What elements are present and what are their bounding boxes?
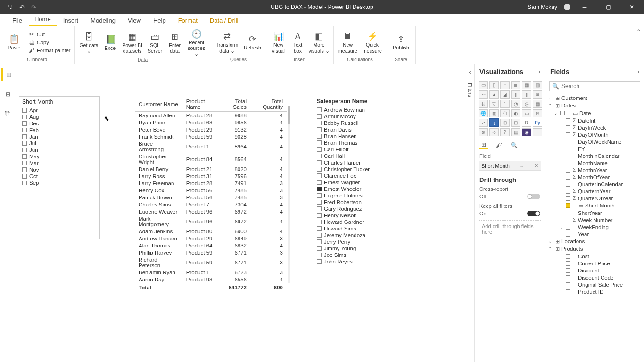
slicer-item[interactable]: Carl Hall [317, 153, 399, 159]
col-customer[interactable]: Customer Name [135, 97, 182, 112]
slicer-item[interactable]: Feb [22, 127, 97, 133]
table-row[interactable]: Richard PetersonProduct 5967713 [135, 256, 287, 269]
slicer-item[interactable]: Christopher Tucker [317, 166, 399, 173]
slicer-item[interactable]: Carl Elliott [317, 146, 399, 153]
viz-gauge[interactable]: ◐ [511, 109, 520, 117]
format-tab-icon[interactable]: 🖌 [495, 141, 503, 149]
viz-stacked-bar[interactable]: ▭ [479, 81, 488, 89]
slicer-item[interactable]: Oct [22, 173, 97, 180]
slicer-item[interactable]: John Reyes [317, 258, 399, 265]
new-visual-button[interactable]: 📊New visual [269, 30, 288, 54]
viz-filled-map[interactable]: ▨ [489, 109, 499, 117]
fields-tab-icon[interactable]: ⊞ [479, 141, 488, 149]
field-item[interactable]: Discount [547, 267, 642, 274]
slicer-item[interactable]: Henry Nelson [317, 212, 399, 219]
field-item[interactable]: ΣWeek Number [547, 216, 642, 223]
fields-search[interactable]: 🔍 [549, 81, 640, 91]
tab-modeling[interactable]: Modeling [85, 15, 121, 26]
viz-paginated[interactable]: ▤ [511, 128, 520, 136]
slicer-item[interactable]: Joe Sims [317, 252, 399, 258]
viz-line-col[interactable]: ⫿ [511, 90, 520, 99]
sql-server-button[interactable]: 🗃SQL Server [146, 30, 165, 55]
table-row[interactable]: Mark MontgomeryProduct 9669724 [135, 215, 287, 228]
slicer-item[interactable]: Brian Davis [317, 126, 399, 133]
expand-filters-icon[interactable]: ‹ [469, 69, 471, 75]
report-view-icon[interactable]: ▥ [1, 68, 15, 81]
field-item[interactable]: ShortYear [547, 209, 642, 216]
field-item[interactable]: Original Sale Price [547, 281, 642, 288]
viz-arcgis[interactable]: ◉ [522, 128, 531, 136]
field-item[interactable]: MonthName [547, 159, 642, 166]
tab-data-drill[interactable]: Data / Drill [204, 15, 244, 26]
viz-area[interactable]: ▲ [489, 90, 499, 99]
slicer-item[interactable]: Charles Harper [317, 159, 399, 166]
slicer-item[interactable]: Brian Thomas [317, 140, 399, 146]
viz-map[interactable]: 🌐 [479, 109, 488, 117]
field-item[interactable]: ΣDayInWeek [547, 124, 642, 131]
format-painter-button[interactable]: 🖌Format painter [27, 47, 72, 54]
table-row[interactable]: Daniel BerryProduct 2180204 [135, 165, 287, 173]
collapse-ribbon-icon[interactable]: ⌃ [636, 28, 641, 35]
table-row[interactable]: Benjamin RyanProduct 167233 [135, 269, 287, 276]
undo-icon[interactable]: ↶ [19, 4, 25, 11]
slicer-item[interactable]: Jeremy Mendoza [317, 232, 399, 239]
col-product[interactable]: Product Name [182, 97, 219, 112]
table-row[interactable]: Peter BoydProduct 2991324 [135, 126, 287, 133]
report-canvas[interactable]: Short Month AprAugDecFebJanJulJunMayMarN… [16, 64, 474, 362]
table-customers[interactable]: ⌄⊞Customers [547, 94, 642, 102]
hierarchy-date[interactable]: ⌄▭Date [547, 109, 642, 117]
slicer-item[interactable]: Andrew Bowman [317, 107, 399, 113]
slicer-item[interactable]: Fred Robertson [317, 199, 399, 206]
model-view-icon[interactable]: ⿻ [1, 107, 15, 121]
viz-matrix[interactable]: ⊡ [511, 119, 520, 127]
viz-donut[interactable]: ◎ [522, 100, 531, 108]
table-row[interactable]: Charles SimsProduct 773044 [135, 201, 287, 208]
slicer-item[interactable]: Mar [22, 160, 97, 166]
slicer-item[interactable]: Gary Rodriguez [317, 206, 399, 212]
table-row[interactable]: Patrick BrownProduct 5674853 [135, 194, 287, 201]
field-item[interactable]: Cost [547, 253, 642, 260]
redo-icon[interactable]: ↷ [31, 4, 36, 11]
viz-waterfall[interactable]: ⇊ [479, 100, 488, 108]
viz-slicer[interactable]: ⫿ [489, 119, 499, 127]
viz-multi-card[interactable]: ⊟ [533, 109, 542, 117]
viz-treemap[interactable]: ▦ [533, 100, 542, 108]
slicer-item[interactable]: Eugene Holmes [317, 192, 399, 199]
recent-sources-button[interactable]: 🕘Recent sources ⌄ [185, 27, 208, 58]
table-row[interactable]: Christopher WrightProduct 8485644 [135, 153, 287, 165]
table-row[interactable]: Alan ThomasProduct 6468324 [135, 242, 287, 249]
table-row[interactable]: Henry CoxProduct 5674853 [135, 187, 287, 194]
tab-home[interactable]: Home [29, 14, 57, 26]
tab-format[interactable]: Format [173, 15, 203, 26]
maximize-button[interactable]: ▢ [599, 0, 618, 14]
viz-stacked-area[interactable]: ◢ [500, 90, 510, 99]
slicer-item[interactable]: Brian Hansen [317, 133, 399, 140]
viz-qa[interactable]: ? [500, 128, 510, 136]
slicer-item[interactable]: Jimmy Young [317, 245, 399, 252]
viz-card[interactable]: ▭ [522, 109, 531, 117]
col-qty[interactable]: Total Quantity [250, 97, 287, 112]
data-view-icon[interactable]: ⊞ [1, 88, 15, 101]
table-row[interactable]: Ryan PriceProduct 6398564 [135, 119, 287, 126]
slicer-item[interactable]: Howard Sims [317, 225, 399, 232]
remove-field-icon[interactable]: ✕ [534, 163, 538, 169]
field-item[interactable]: ΣDayOfMonth [547, 131, 642, 138]
minimize-button[interactable]: ─ [575, 0, 594, 14]
table-dates[interactable]: ⌃⊞Dates [547, 102, 642, 109]
viz-pie[interactable]: ◔ [511, 100, 520, 108]
viz-more[interactable]: ⋯ [533, 128, 542, 136]
avatar[interactable] [564, 4, 570, 10]
slicer-item[interactable]: Aug [22, 114, 97, 120]
field-item[interactable]: Year [547, 230, 642, 238]
viz-ribbon[interactable]: ≋ [533, 90, 542, 99]
slicer-item[interactable]: Dec [22, 120, 97, 127]
table-row[interactable]: Frank SchmidtProduct 5990284 [135, 133, 287, 140]
viz-scatter[interactable]: ⋮ [500, 100, 510, 108]
table-scrollbar[interactable] [288, 106, 290, 283]
viz-100-bar[interactable]: ▦ [522, 81, 531, 89]
collapse-viz-icon[interactable]: › [538, 68, 540, 75]
user-name[interactable]: Sam Mckay [528, 4, 557, 10]
slicer-short-month[interactable]: Short Month AprAugDecFebJanJulJunMayMarN… [19, 96, 100, 239]
more-visuals-button[interactable]: ◧More visuals ⌄ [308, 30, 330, 54]
filters-collapsed[interactable]: ‹ Filters [465, 64, 474, 362]
